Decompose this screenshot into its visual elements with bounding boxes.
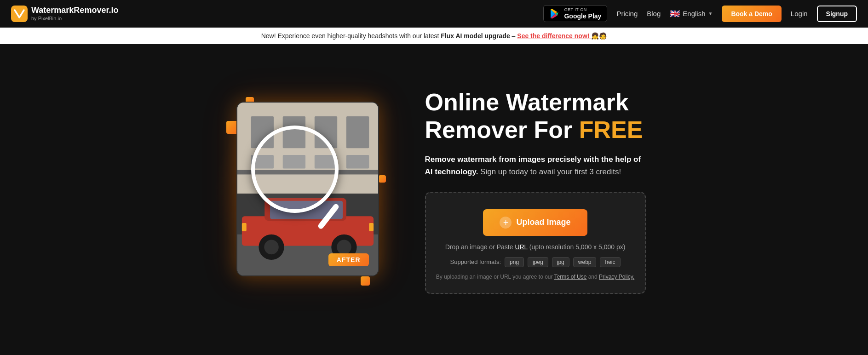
hero-section: AFTER Online Watermark Remover For FREE … [0,44,868,338]
format-jpeg: jpeg [528,257,548,267]
svg-point-17 [264,240,279,255]
svg-point-19 [337,240,351,255]
format-jpg: jpg [552,257,569,267]
demo-image-container: AFTER [236,102,379,276]
format-webp: webp [573,257,597,267]
privacy-link[interactable]: Privacy Policy. [599,274,634,280]
logo-text: WatermarkRemover.io by PixelBin.io [31,6,118,22]
magnifier-circle [251,126,339,213]
formats-label: Supported formats: [450,258,501,265]
demo-image-section: AFTER [223,92,388,290]
navbar: WatermarkRemover.io by PixelBin.io [0,0,868,28]
announcement-emojis: 👧🧑 [591,32,607,40]
format-heic: heic [600,257,620,267]
drop-text: Drop an image or Paste URL (upto resolut… [435,243,636,251]
deco-square-4 [361,276,370,286]
google-play-label: Google Play [564,12,601,20]
flag-icon: 🇬🇧 [670,9,680,19]
svg-rect-10 [346,155,368,169]
announcement-separator: – [512,32,517,40]
hero-title: Online Watermark Remover For FREE [425,89,646,144]
svg-rect-20 [241,223,246,231]
url-link[interactable]: URL [515,243,528,251]
svg-rect-6 [346,116,368,148]
format-png: png [505,257,524,267]
after-badge: AFTER [328,253,369,266]
svg-rect-0 [11,6,28,22]
language-selector[interactable]: 🇬🇧 English ▼ [670,9,713,19]
hero-subtitle: Remove watermark from images precisely w… [425,153,646,178]
navbar-right: GET IT ON Google Play Pricing Blog 🇬🇧 En… [543,5,857,23]
svg-rect-21 [369,223,374,231]
pricing-link[interactable]: Pricing [616,10,638,17]
logo-sub-text: by PixelBin.io [31,16,118,22]
announcement-prefix: New! Experience even higher-quality head… [261,32,441,40]
navbar-left: WatermarkRemover.io by PixelBin.io [11,6,118,22]
blog-link[interactable]: Blog [647,10,661,17]
announcement-highlight: Flux AI model upgrade [441,32,510,40]
terms-text: By uploading an image or URL you agree t… [435,274,636,280]
announcement-bar: New! Experience even higher-quality head… [0,28,868,44]
google-play-button[interactable]: GET IT ON Google Play [543,5,607,23]
upload-button[interactable]: + Upload Image [483,209,587,236]
logo-icon [11,6,28,22]
lang-label: English [683,10,705,17]
formats-row: Supported formats: png jpeg jpg webp hei… [435,257,636,267]
demo-background [237,103,378,275]
upload-box: + Upload Image Drop an image or Paste UR… [425,192,646,294]
google-play-text-block: GET IT ON Google Play [564,7,601,20]
hero-content: Online Watermark Remover For FREE Remove… [425,89,646,294]
signup-button[interactable]: Signup [817,6,857,22]
deco-square-3 [379,175,386,183]
login-link[interactable]: Login [791,10,808,17]
hero-title-line2-normal: Remover For [425,116,579,143]
hero-title-free: FREE [579,116,643,143]
chevron-down-icon: ▼ [708,11,713,16]
terms-link[interactable]: Terms of Use [554,274,587,280]
get-it-on-label: GET IT ON [564,7,601,12]
hero-title-line1: Online Watermark [425,89,629,115]
book-demo-button[interactable]: Book a Demo [722,6,781,22]
logo-main-text: WatermarkRemover.io [31,6,118,16]
announcement-link[interactable]: See the difference now! [517,32,591,40]
plus-icon: + [500,217,512,229]
google-play-icon [549,8,560,19]
upload-button-label: Upload Image [516,218,570,227]
